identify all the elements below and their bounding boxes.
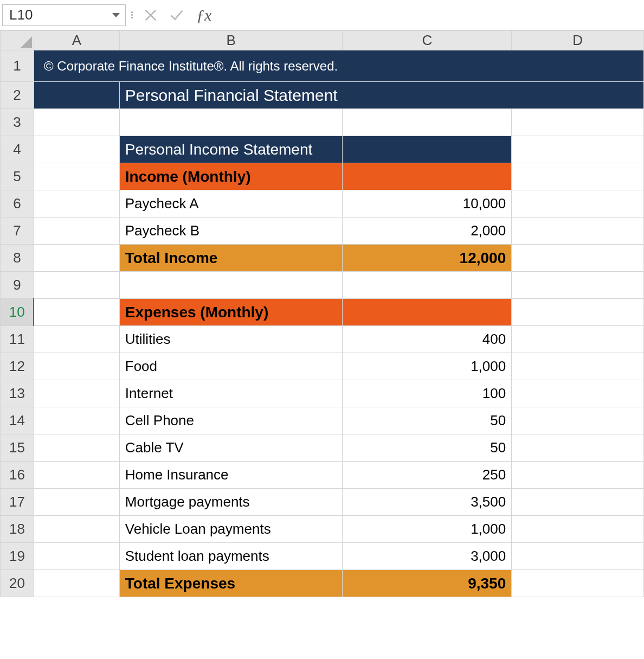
cell-total-label[interactable]: Total Income	[119, 245, 343, 272]
row-header[interactable]: 19	[1, 543, 34, 570]
cell[interactable]	[34, 109, 119, 136]
cell[interactable]	[34, 299, 119, 326]
cell[interactable]	[343, 299, 512, 326]
cell-value[interactable]: 250	[343, 462, 512, 489]
cell-label[interactable]: Paycheck A	[119, 190, 343, 217]
cell[interactable]	[512, 516, 644, 543]
cell[interactable]	[34, 353, 119, 380]
cell[interactable]	[34, 434, 119, 462]
cell[interactable]	[512, 570, 644, 597]
cell-value[interactable]: 1,000	[343, 353, 512, 380]
row-header[interactable]: 2	[1, 82, 34, 109]
cell-section-title[interactable]: Personal Income Statement	[119, 136, 343, 163]
cell-value[interactable]: 50	[343, 407, 512, 434]
row-header-selected[interactable]: 10	[1, 299, 34, 326]
cell[interactable]	[512, 462, 644, 489]
cell-title[interactable]: Personal Financial Statement	[119, 82, 643, 109]
cell[interactable]	[512, 353, 644, 380]
formula-input[interactable]	[216, 4, 644, 26]
cell[interactable]	[512, 407, 644, 434]
cell[interactable]	[512, 434, 644, 462]
row-header[interactable]: 9	[1, 272, 34, 299]
cell[interactable]	[512, 489, 644, 516]
cell[interactable]	[34, 407, 119, 434]
spreadsheet-grid[interactable]: A B C D 1 © Corporate Finance Institute®…	[0, 30, 644, 597]
cell[interactable]	[34, 217, 119, 245]
cell-subsection[interactable]: Expenses (Monthly)	[119, 299, 343, 326]
cell[interactable]	[343, 163, 512, 190]
cell[interactable]	[512, 380, 644, 407]
cell[interactable]	[34, 380, 119, 407]
chevron-down-icon[interactable]	[112, 13, 120, 17]
cell-value[interactable]: 400	[343, 326, 512, 353]
cell[interactable]	[34, 245, 119, 272]
row-header[interactable]: 17	[1, 489, 34, 516]
row-header[interactable]: 8	[1, 245, 34, 272]
cell[interactable]	[512, 136, 644, 163]
cell[interactable]	[34, 462, 119, 489]
cell-total-value[interactable]: 12,000	[343, 245, 512, 272]
row-header[interactable]: 11	[1, 326, 34, 353]
col-header-B[interactable]: B	[119, 31, 343, 50]
fx-icon[interactable]: ƒx	[196, 6, 211, 24]
cell[interactable]	[34, 82, 119, 109]
row-header[interactable]: 7	[1, 217, 34, 245]
row-header[interactable]: 5	[1, 163, 34, 190]
row-header[interactable]: 13	[1, 380, 34, 407]
cell[interactable]	[512, 190, 644, 217]
cell[interactable]	[34, 190, 119, 217]
cell[interactable]	[512, 245, 644, 272]
cell[interactable]	[34, 272, 119, 299]
cell[interactable]	[512, 163, 644, 190]
cell-value[interactable]: 1,000	[343, 516, 512, 543]
row-header[interactable]: 15	[1, 434, 34, 462]
cell[interactable]	[512, 217, 644, 245]
cell-subsection[interactable]: Income (Monthly)	[119, 163, 343, 190]
row-header[interactable]: 20	[1, 570, 34, 597]
cell-value[interactable]: 100	[343, 380, 512, 407]
cell-label[interactable]: Mortgage payments	[119, 489, 343, 516]
cell[interactable]	[343, 109, 512, 136]
cell-value[interactable]: 10,000	[343, 190, 512, 217]
cell-label[interactable]: Cable TV	[119, 434, 343, 462]
cell[interactable]	[34, 543, 119, 570]
cell[interactable]	[512, 299, 644, 326]
cell[interactable]	[512, 543, 644, 570]
row-header[interactable]: 1	[1, 50, 34, 82]
cell-label[interactable]: Internet	[119, 380, 343, 407]
row-header[interactable]: 16	[1, 462, 34, 489]
cell[interactable]	[34, 570, 119, 597]
cell-label[interactable]: Home Insurance	[119, 462, 343, 489]
cell-label[interactable]: Student loan payments	[119, 543, 343, 570]
cell[interactable]	[512, 326, 644, 353]
row-header[interactable]: 12	[1, 353, 34, 380]
col-header-C[interactable]: C	[343, 31, 512, 50]
row-header[interactable]: 3	[1, 109, 34, 136]
cell-total-value[interactable]: 9,350	[343, 570, 512, 597]
cancel-button[interactable]	[138, 4, 164, 26]
select-all-corner[interactable]	[1, 31, 34, 50]
cell-label[interactable]: Utilities	[119, 326, 343, 353]
cell[interactable]	[34, 326, 119, 353]
cell-copyright[interactable]: © Corporate Finance Institute®. All righ…	[34, 50, 643, 82]
cell[interactable]	[343, 136, 512, 163]
cell[interactable]	[119, 272, 343, 299]
cell[interactable]	[119, 109, 343, 136]
cell-label[interactable]: Cell Phone	[119, 407, 343, 434]
cell[interactable]	[34, 136, 119, 163]
cell-value[interactable]: 2,000	[343, 217, 512, 245]
cell[interactable]	[512, 272, 644, 299]
cell[interactable]	[512, 109, 644, 136]
cell[interactable]	[34, 489, 119, 516]
cell-label[interactable]: Food	[119, 353, 343, 380]
col-header-D[interactable]: D	[512, 31, 644, 50]
cell-label[interactable]: Vehicle Loan payments	[119, 516, 343, 543]
cell-value[interactable]: 50	[343, 434, 512, 462]
col-header-A[interactable]: A	[34, 31, 119, 50]
row-header[interactable]: 18	[1, 516, 34, 543]
row-header[interactable]: 14	[1, 407, 34, 434]
cell-total-label[interactable]: Total Expenses	[119, 570, 343, 597]
row-header[interactable]: 4	[1, 136, 34, 163]
name-box[interactable]: L10	[2, 4, 126, 26]
cell[interactable]	[343, 272, 512, 299]
